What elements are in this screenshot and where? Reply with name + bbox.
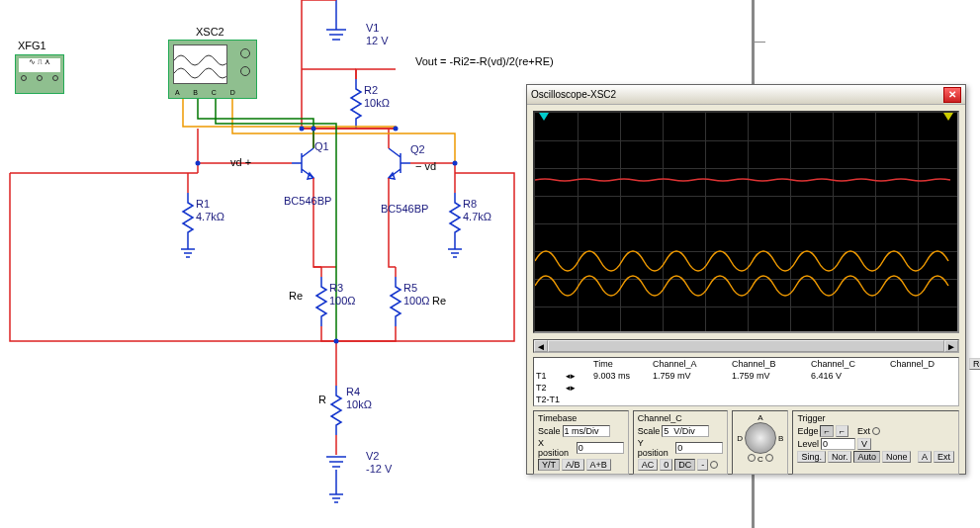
timebase-title: Timebase — [538, 413, 624, 423]
trigger-level-unit[interactable]: V — [857, 438, 871, 450]
sel-d-label: D — [737, 434, 743, 443]
sel-radio[interactable] — [765, 454, 773, 462]
svg-point-2 — [394, 127, 399, 132]
channel-ypos-label: Y position — [638, 438, 674, 458]
trig-a-button[interactable]: A — [918, 451, 932, 463]
r1-name: R1 — [196, 198, 210, 210]
re-left-label: Re — [289, 290, 303, 302]
ab-button[interactable]: A/B — [562, 459, 584, 471]
channel-ypos-input[interactable] — [675, 442, 723, 454]
scroll-right-arrow[interactable]: ► — [944, 340, 958, 352]
xfg1-screen: ∿ ⎍ ⋏ — [19, 58, 60, 72]
edge-falling-button[interactable]: ⌐ — [836, 425, 848, 437]
t1-stepper[interactable]: ◂▸ — [564, 370, 591, 382]
dc-button[interactable]: DC — [674, 459, 695, 471]
t1-cha: 1.759 mV — [651, 370, 730, 382]
oscilloscope-title: Oscilloscope-XSC2 — [531, 89, 943, 100]
v1-value: 12 V — [366, 35, 389, 46]
readout-hdr-time: Time — [591, 358, 651, 370]
r-label: R — [318, 394, 326, 405]
timebase-panel: Timebase Scale X position Y/T A/B A+B — [533, 410, 629, 475]
scroll-left-arrow[interactable]: ◄ — [534, 340, 548, 352]
r3-value: 100Ω — [329, 295, 356, 307]
invert-button[interactable]: - — [697, 459, 708, 471]
t2-stepper[interactable]: ◂▸ — [564, 382, 591, 394]
re-right-label: Re — [432, 295, 446, 307]
ruler-tick — [752, 42, 765, 43]
r2-name: R2 — [364, 84, 378, 96]
readout-hdr-cha: Channel_A — [651, 358, 730, 370]
xfg1-terminal[interactable] — [37, 75, 43, 81]
trigger-level-input[interactable] — [821, 438, 855, 450]
trigger-panel: Trigger Edge ⌐ ⌐ Ext Level V Sing. Nor. … — [792, 410, 959, 475]
edge-rising-button[interactable]: ⌐ — [820, 425, 833, 437]
r1-value: 4.7kΩ — [196, 211, 224, 222]
trigger-title: Trigger — [797, 413, 954, 423]
channel-scale-label: Scale — [638, 426, 661, 436]
zero-button[interactable]: 0 — [660, 459, 672, 471]
svg-point-0 — [300, 127, 305, 132]
oscilloscope-window[interactable]: Oscilloscope-XSC2 ✕ ◄ ► Time Channel_A C… — [526, 84, 966, 475]
timebase-scale-label: Scale — [538, 426, 561, 436]
q2-model: BC546BP — [381, 203, 428, 215]
timebase-xpos-label: X position — [538, 438, 575, 458]
close-button[interactable]: ✕ — [943, 87, 961, 103]
channel-scale-input[interactable] — [662, 425, 709, 437]
channel-title: Channel_C — [638, 413, 724, 423]
readout-hdr-chc: Channel_C — [809, 358, 888, 370]
t1-time: 9.003 ms — [591, 370, 651, 382]
trig-sing-button[interactable]: Sing. — [797, 451, 826, 463]
readout-hdr-chd: Channel_D — [888, 358, 967, 370]
xsc2-knob[interactable] — [240, 66, 250, 76]
trig-nor-button[interactable]: Nor. — [828, 451, 852, 463]
trig-none-button[interactable]: None — [882, 451, 912, 463]
yt-button[interactable]: Y/T — [538, 459, 560, 471]
channel-gnd-radio[interactable] — [710, 461, 718, 469]
readout-hdr-chb: Channel_B — [730, 358, 809, 370]
xsc2-channel-labels: A B C D — [175, 89, 241, 96]
xfg1-instrument[interactable]: ∿ ⎍ ⋏ — [15, 54, 64, 94]
v2-value: -12 V — [366, 463, 392, 475]
q2-name: Q2 — [410, 143, 425, 155]
xfg1-label: XFG1 — [18, 40, 46, 51]
vd-minus-label: − vd — [415, 160, 436, 172]
scroll-thumb[interactable] — [548, 340, 944, 352]
ext-label: Ext — [857, 426, 870, 436]
xfg1-terminal[interactable] — [21, 75, 27, 81]
cursor-readout: Time Channel_A Channel_B Channel_C Chann… — [533, 357, 959, 406]
timebase-scale-input[interactable] — [563, 425, 610, 437]
t1-chb: 1.759 mV — [730, 370, 809, 382]
svg-point-1 — [312, 127, 316, 132]
xsc2-knob[interactable] — [240, 48, 250, 58]
t1-chc: 6.416 V — [809, 370, 888, 382]
timebase-scrollbar[interactable]: ◄ ► — [533, 339, 959, 353]
channel-panel: Channel_C Scale Y position AC 0 DC - — [633, 410, 729, 475]
ext-radio[interactable] — [872, 427, 880, 435]
ac-button[interactable]: AC — [638, 459, 659, 471]
apb-button[interactable]: A+B — [586, 459, 611, 471]
xsc2-instrument[interactable]: A B C D — [168, 40, 257, 99]
sel-a-label: A — [737, 413, 783, 422]
q1-model: BC546BP — [284, 195, 331, 207]
channel-selector-panel: A D B C — [732, 410, 788, 475]
reverse-button[interactable]: Reverse — [969, 358, 980, 370]
svg-point-5 — [334, 339, 339, 344]
xfg1-terminal[interactable] — [52, 75, 58, 81]
oscilloscope-titlebar[interactable]: Oscilloscope-XSC2 ✕ — [527, 85, 965, 105]
vd-plus-label: vd + — [230, 156, 251, 168]
trig-auto-button[interactable]: Auto — [853, 451, 880, 463]
sel-radio[interactable] — [748, 454, 756, 462]
r8-name: R8 — [463, 198, 477, 210]
formula-text: Vout = -Ri2=-R(vd)/2(re+RE) — [415, 55, 554, 67]
channel-selector-knob[interactable] — [745, 422, 776, 454]
timebase-xpos-input[interactable] — [577, 442, 624, 454]
t1-label: T1 — [534, 370, 564, 382]
oscilloscope-display[interactable] — [533, 111, 959, 333]
svg-point-4 — [453, 161, 458, 166]
r8-value: 4.7kΩ — [463, 211, 491, 222]
svg-point-3 — [196, 161, 201, 166]
xsc2-label: XSC2 — [196, 26, 224, 38]
sel-b-label: B — [778, 434, 783, 443]
xsc2-screen — [173, 44, 227, 84]
trig-ext-button[interactable]: Ext — [934, 451, 954, 463]
